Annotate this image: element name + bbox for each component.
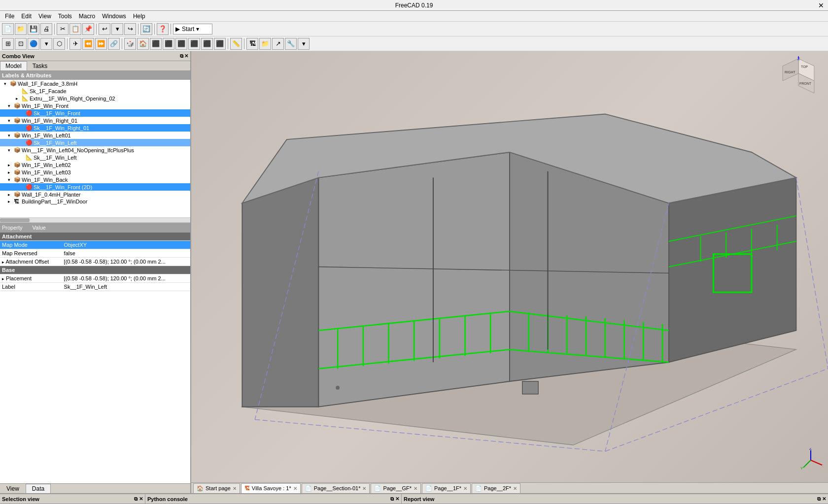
print-button[interactable]: 🖨	[40, 23, 52, 35]
list-item[interactable]: ▾ 📦 Win_1F_Win_Right_01	[0, 117, 190, 124]
workbench-dropdown[interactable]: ▶ Start ▾	[173, 24, 212, 34]
menu-tools[interactable]: Tools	[55, 12, 75, 21]
list-item[interactable]: ▸ 📦 Wall_1F_0.4mH_Planter	[0, 191, 190, 198]
measure-btn[interactable]: 📏	[230, 38, 242, 50]
py-close-icon[interactable]: ✕	[395, 496, 399, 502]
arch4-btn[interactable]: 🔧	[285, 38, 297, 50]
paste-button[interactable]: 📌	[82, 23, 94, 35]
menu-help[interactable]: Help	[130, 12, 148, 21]
list-item[interactable]: 📐 Sk_1F_Facade	[0, 87, 190, 95]
copy-button[interactable]: 📋	[69, 23, 81, 35]
close-tab-icon[interactable]: ✕	[463, 486, 467, 491]
bottom-btn[interactable]: ⬛	[201, 38, 213, 50]
list-item[interactable]: 📐 Sk__1F_Win_Left	[0, 154, 190, 161]
front-btn[interactable]: ⬛	[150, 38, 162, 50]
report-close-icon[interactable]: ✕	[822, 496, 826, 502]
list-item[interactable]: ▾ 📦 Win_1F_Win_Left01	[0, 132, 190, 139]
tab-page-1f[interactable]: 📄 Page__1F* ✕	[422, 483, 471, 493]
tab-section-01[interactable]: 📄 Page__Section-01* ✕	[302, 483, 370, 493]
home-view-btn[interactable]: ⏪	[82, 38, 94, 50]
list-item[interactable]: 🔴 Sk__1F_Win_Front (2D)	[0, 183, 190, 191]
tab-tasks[interactable]: Tasks	[27, 61, 53, 70]
python-console: Python console ⧉ ✕ >>> # Gui.Selection.a…	[145, 494, 402, 504]
close-tab-icon[interactable]: ✕	[414, 486, 417, 491]
close-tab-icon[interactable]: ✕	[362, 486, 366, 491]
prop-row[interactable]: Map Reversed false	[0, 249, 190, 258]
menu-file[interactable]: File	[2, 12, 17, 21]
help-button[interactable]: ❓	[157, 23, 169, 35]
menu-windows[interactable]: Windows	[99, 12, 129, 21]
save-button[interactable]: 💾	[28, 23, 39, 35]
prop-row[interactable]: ▸ Attachment Offset [(0.58 -0.58 -0.58);…	[0, 258, 190, 266]
prop-row[interactable]: Map Mode ObjectXY	[0, 241, 190, 249]
draw-style-btn[interactable]: 🔵	[28, 38, 39, 50]
list-item[interactable]: ▸ 🏗 BuildingPart__1F_WinDoor	[0, 198, 190, 205]
prop-row[interactable]: ▸ Placement [(0.58 -0.58 -0.58); 120.00 …	[0, 274, 190, 283]
workbench-arrow: ▾	[196, 26, 199, 33]
stereo-btn[interactable]: ⬡	[53, 38, 65, 50]
tab-view[interactable]: View	[0, 484, 26, 493]
arch5-btn[interactable]: ▾	[298, 38, 310, 50]
py-float-icon[interactable]: ⧉	[390, 496, 394, 502]
undo-button[interactable]: ↩	[99, 23, 110, 35]
sel-float-icon[interactable]: ⧉	[134, 496, 138, 502]
open-file-button[interactable]: 📁	[15, 23, 27, 35]
refresh-button[interactable]: 🔄	[140, 23, 152, 35]
tab-villa-savoye[interactable]: 🏗 Villa Savoye : 1* ✕	[241, 483, 301, 493]
close-icon[interactable]: ✕	[184, 53, 188, 59]
tree-area[interactable]: ▾ 📦 Wall_1F_Facade_3.8mH 📐 Sk_1F_Facade …	[0, 80, 190, 218]
redo-button[interactable]: ↪	[124, 23, 136, 35]
list-item[interactable]: ▾ 📦 Wall_1F_Facade_3.8mH	[0, 80, 190, 87]
list-item[interactable]: ▾ 📦 Win__1F_Win_Left04_NoOpening_IfcPlus…	[0, 146, 190, 154]
nav-btn[interactable]: ✈	[69, 38, 81, 50]
arch2-btn[interactable]: 📁	[259, 38, 271, 50]
sync-btn[interactable]: 🔗	[108, 38, 120, 50]
tab-model[interactable]: Model	[0, 61, 27, 70]
list-item[interactable]: 🔴 Sk__1F_Win_Front	[0, 109, 190, 117]
left-btn[interactable]: ⬛	[214, 38, 226, 50]
menu-macro[interactable]: Macro	[76, 12, 98, 21]
top-btn[interactable]: ⬛	[163, 38, 174, 50]
list-item[interactable]: ▸ 📦 Win_1F_Win_Left03	[0, 168, 190, 176]
svg-rect-48	[522, 381, 538, 394]
report-float-icon[interactable]: ⧉	[817, 496, 821, 502]
std-views-btn[interactable]: 🎲	[124, 38, 136, 50]
prop-row[interactable]: Label Sk__1F_Win_Left	[0, 283, 190, 291]
list-item[interactable]: 🔴 Sk__1F_Win_Right_01	[0, 124, 190, 132]
close-tab-icon[interactable]: ✕	[293, 486, 297, 491]
right-btn[interactable]: ⬛	[175, 38, 187, 50]
tab-start-page[interactable]: 🏠 Start page ✕	[193, 483, 240, 493]
folder-icon: 📦	[14, 117, 22, 124]
tab-page-2f[interactable]: 📄 Page__2F* ✕	[472, 483, 520, 493]
close-tab-icon[interactable]: ✕	[233, 486, 237, 491]
draw-dropdown[interactable]: ▾	[40, 38, 52, 50]
scroll-thumb-h[interactable]	[0, 218, 30, 222]
close-tab-icon[interactable]: ✕	[513, 486, 517, 491]
new-file-button[interactable]: 📄	[2, 23, 14, 35]
list-item[interactable]: ▸ 📦 Win_1F_Win_Left02	[0, 161, 190, 168]
sel-close-icon[interactable]: ✕	[139, 496, 143, 502]
zoom-all-button[interactable]: ⊞	[2, 38, 14, 50]
undo-dropdown[interactable]: ▾	[111, 23, 123, 35]
arch3-btn[interactable]: ↗	[272, 38, 284, 50]
tab-page-gf[interactable]: 📄 Page__GF* ✕	[371, 483, 420, 493]
tree-scrollbar-h[interactable]	[0, 218, 190, 223]
viewport[interactable]: TOP FRONT RIGHT Z	[191, 51, 828, 482]
float-icon[interactable]: ⧉	[180, 53, 183, 59]
list-item[interactable]: ▾ 📦 Win_1F_Win_Back	[0, 176, 190, 183]
list-item[interactable]: 🔴 Sk__1F_Win_Left	[0, 139, 190, 146]
zoom-sel-button[interactable]: ⊡	[15, 38, 27, 50]
cut-button[interactable]: ✂	[57, 23, 69, 35]
home-btn[interactable]: 🏠	[137, 38, 149, 50]
prop-name: Map Reversed	[0, 249, 62, 258]
arch1-btn[interactable]: 🏗	[246, 38, 258, 50]
close-button[interactable]: ✕	[818, 1, 824, 9]
menu-view[interactable]: View	[35, 12, 54, 21]
rear-btn[interactable]: ⬛	[188, 38, 200, 50]
menu-edit[interactable]: Edit	[18, 12, 34, 21]
list-item[interactable]: ▾ 📦 Win_1F_Win_Front	[0, 102, 190, 109]
list-item[interactable]: ▸ 📐 Extru__1F_Win_Right_Opening_02	[0, 95, 190, 102]
fwd-view-btn[interactable]: ⏩	[95, 38, 107, 50]
main-area: Combo View ⧉ ✕ Model Tasks Labels & Attr…	[0, 51, 828, 493]
tab-data[interactable]: Data	[26, 484, 51, 493]
